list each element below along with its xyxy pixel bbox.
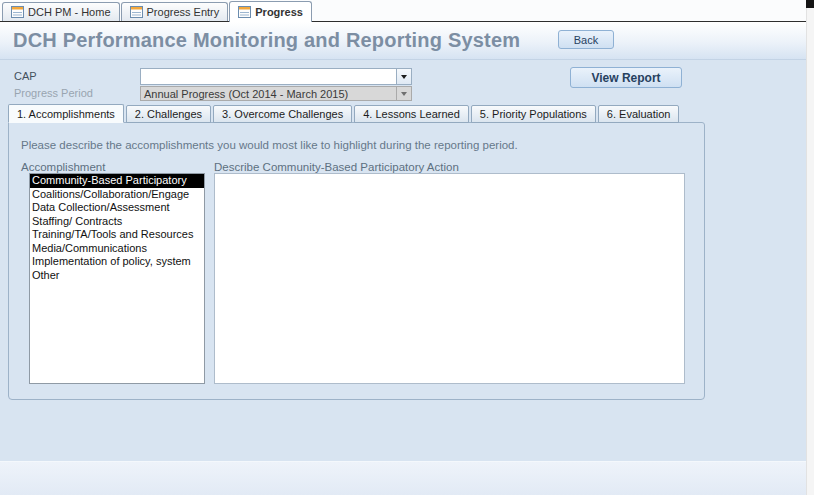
doc-tab-progress-entry[interactable]: Progress Entry (121, 2, 229, 21)
form-icon (238, 6, 251, 18)
tab-lessons-learned[interactable]: 4. Lessons Learned (354, 105, 469, 123)
doc-tab-label: Progress Entry (147, 6, 220, 18)
scrollbar-corner (806, 0, 814, 8)
tab-evaluation[interactable]: 6. Evaluation (598, 105, 680, 123)
doc-tab-label: DCH PM - Home (28, 6, 111, 18)
list-item[interactable]: Coalitions/Collaboration/Engage (30, 188, 204, 202)
cap-dropdown-button[interactable] (396, 69, 411, 84)
list-item[interactable]: Community-Based Participatory (30, 174, 204, 188)
page-title: DCH Performance Monitoring and Reporting… (13, 22, 520, 59)
list-item[interactable]: Training/TA/Tools and Resources (30, 228, 204, 242)
section-tab-strip: 1. Accomplishments 2. Challenges 3. Over… (8, 105, 681, 123)
describe-textarea[interactable] (214, 173, 685, 384)
form-body: CAP View Report Progress Period Annual P… (0, 60, 806, 495)
cap-combobox[interactable] (140, 68, 412, 85)
tab-priority-populations[interactable]: 5. Priority Populations (471, 105, 596, 123)
list-item[interactable]: Media/Communications (30, 242, 204, 256)
progress-period-dropdown-button[interactable] (396, 87, 411, 100)
tab-overcome-challenges[interactable]: 3. Overcome Challenges (213, 105, 352, 123)
form-header: DCH Performance Monitoring and Reporting… (0, 22, 806, 60)
cap-combo-input[interactable] (141, 69, 395, 84)
tabbar-divider (0, 21, 806, 22)
list-item[interactable]: Data Collection/Assessment (30, 201, 204, 215)
accomplishment-listbox[interactable]: Community-Based Participatory Coalitions… (29, 173, 205, 384)
list-item[interactable]: Implementation of policy, system (30, 255, 204, 269)
vertical-scrollbar[interactable] (806, 0, 814, 495)
tab-challenges[interactable]: 2. Challenges (126, 105, 211, 123)
progress-period-value: Annual Progress (Oct 2014 - March 2015) (144, 88, 348, 100)
list-item[interactable]: Staffing/ Contracts (30, 215, 204, 229)
document-tab-bar: DCH PM - Home Progress Entry Progress (0, 0, 806, 22)
doc-tab-dch-pm-home[interactable]: DCH PM - Home (2, 2, 120, 21)
list-item[interactable]: Other (30, 269, 204, 283)
instruction-text: Please describe the accomplishments you … (21, 139, 518, 151)
chevron-down-icon (401, 75, 407, 79)
view-report-button[interactable]: View Report (570, 67, 682, 88)
form-icon (11, 6, 24, 18)
accomplishment-list-label: Accomplishment (21, 161, 105, 173)
tab-accomplishments[interactable]: 1. Accomplishments (8, 104, 124, 123)
footer-strip (0, 461, 806, 495)
describe-label: Describe Community-Based Participatory A… (214, 161, 459, 173)
back-button[interactable]: Back (558, 30, 614, 49)
application-window: DCH PM - Home Progress Entry Progress DC… (0, 0, 814, 495)
doc-tab-label: Progress (255, 6, 303, 18)
form-icon (130, 6, 143, 18)
chevron-down-icon (401, 92, 407, 96)
progress-period-combobox[interactable]: Annual Progress (Oct 2014 - March 2015) (140, 86, 412, 101)
cap-label: CAP (14, 70, 37, 82)
accomplishments-tab-page: Please describe the accomplishments you … (8, 122, 705, 400)
progress-period-label: Progress Period (14, 87, 93, 99)
doc-tab-progress[interactable]: Progress (229, 1, 312, 22)
